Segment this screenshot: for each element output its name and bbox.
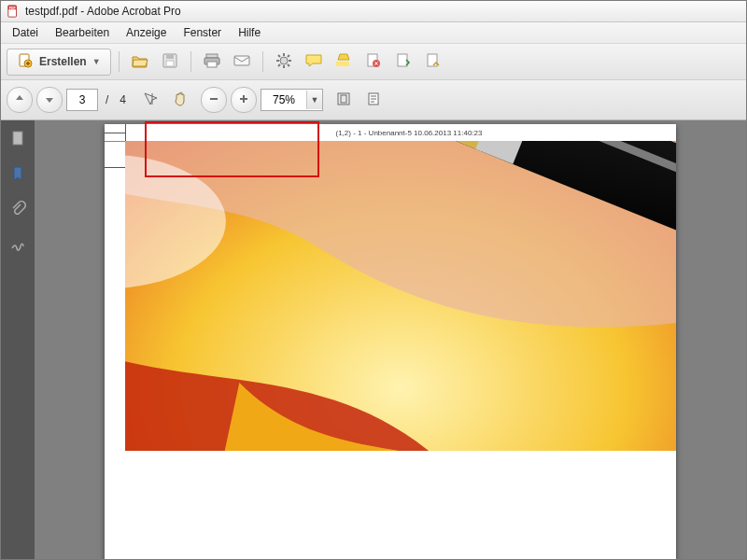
view-icon [365,91,382,110]
nav-pane [1,120,35,559]
paperclip-icon [9,201,26,220]
email-button[interactable] [229,49,255,75]
app-window: PDF testpdf.pdf - Adobe Acrobat Pro Date… [0,0,747,560]
page-icon [9,130,26,149]
svg-rect-17 [428,54,437,66]
menu-bar: Datei Bearbeiten Anzeige Fenster Hilfe [1,22,746,44]
svg-rect-13 [336,62,349,66]
svg-rect-10 [207,62,217,67]
next-page-button[interactable] [36,87,63,113]
hand-tool-button[interactable] [167,87,193,113]
svg-rect-24 [13,132,22,145]
fit-icon [335,91,352,110]
menu-datei[interactable]: Datei [5,24,46,41]
marker-icon [334,52,353,72]
separator [119,51,120,72]
settings-button[interactable] [271,49,297,75]
zoom-input[interactable] [261,92,306,107]
text-cursor-icon [142,91,159,110]
extract-page-button[interactable] [420,49,446,75]
side-attachments-button[interactable] [7,199,29,221]
main-toolbar: Erstellen ▼ [1,44,746,80]
pdf-app-icon: PDF [7,5,20,18]
content-area: (1,2) - 1 - Unbenannt-5 10.06.2013 11:40… [1,120,746,559]
title-bar: PDF testpdf.pdf - Adobe Acrobat Pro [1,1,746,22]
svg-rect-11 [234,56,249,65]
insert-page-button[interactable] [390,49,416,75]
chevron-down-icon: ▼ [92,57,101,66]
page-separator: / [102,93,112,106]
folder-open-icon [131,52,149,72]
window-title: testpdf.pdf - Adobe Acrobat Pro [25,5,181,18]
speech-icon [304,52,323,72]
page-x-icon [365,52,382,72]
menu-fenster[interactable]: Fenster [176,24,229,41]
menu-anzeige[interactable]: Anzeige [119,24,174,41]
svg-rect-22 [341,95,346,103]
print-button[interactable] [199,49,225,75]
view-button[interactable] [360,87,387,113]
hand-icon [172,91,189,110]
pdf-page: (1,2) - 1 - Unbenannt-5 10.06.2013 11:40… [105,124,676,559]
page-plus-icon [17,52,34,72]
highlight-button[interactable] [331,49,357,75]
svg-rect-6 [166,55,174,59]
svg-rect-18 [210,98,218,100]
document-viewer[interactable]: (1,2) - 1 - Unbenannt-5 10.06.2013 11:40… [35,120,746,559]
navigation-toolbar: / 4 ▼ [1,80,746,120]
gear-icon [275,52,292,72]
bookmark-icon [9,165,26,185]
open-button[interactable] [127,49,153,75]
select-tool-button[interactable] [137,87,163,113]
separator [190,51,191,72]
create-label: Erstellen [39,55,87,68]
zoom-combo[interactable]: ▼ [261,89,323,111]
zoom-out-button[interactable] [201,87,227,113]
page-bottom-margin [105,451,676,559]
create-button[interactable]: Erstellen ▼ [7,49,111,76]
annotation-highlight-box [145,121,319,177]
table-cell [105,142,126,168]
zoom-in-button[interactable] [231,87,257,113]
signature-icon [9,236,26,256]
svg-point-12 [280,57,288,64]
header-cells [105,124,126,141]
envelope-icon [233,53,251,71]
svg-rect-7 [166,61,174,66]
floppy-icon [162,52,178,72]
page-out-icon [425,52,442,72]
menu-hilfe[interactable]: Hilfe [231,24,268,41]
arrow-up-icon [13,92,26,108]
minus-icon [208,93,219,107]
prev-page-button[interactable] [7,87,33,113]
plus-icon [238,93,249,107]
page-number-input[interactable] [66,89,98,111]
delete-page-button[interactable] [360,49,387,75]
printer-icon [203,52,221,72]
svg-rect-8 [206,54,218,58]
side-bookmarks-button[interactable] [7,163,29,186]
arrow-down-icon [43,92,56,108]
svg-text:PDF: PDF [9,7,17,10]
save-button[interactable] [157,49,183,75]
svg-rect-20 [243,95,245,103]
chevron-down-icon[interactable]: ▼ [306,91,322,109]
page-header-text: (1,2) - 1 - Unbenannt-5 10.06.2013 11:40… [336,129,483,137]
separator [262,51,263,72]
page-arrow-icon [395,52,412,72]
fit-button[interactable] [331,87,357,113]
side-signatures-button[interactable] [7,234,29,257]
side-pages-button[interactable] [7,128,29,150]
page-total: 4 [116,93,130,106]
menu-bearbeiten[interactable]: Bearbeiten [48,24,117,41]
comment-button[interactable] [301,49,327,75]
